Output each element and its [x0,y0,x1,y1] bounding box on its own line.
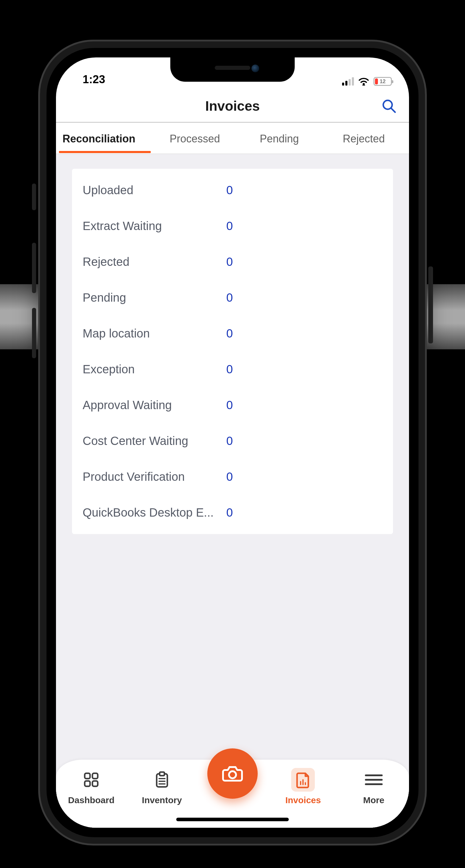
svg-point-12 [229,771,236,778]
camera-icon [221,762,244,785]
stat-row[interactable]: QuickBooks Desktop E... 0 [72,495,393,530]
tab-processed[interactable]: Processed [152,124,237,153]
invoice-icon [294,771,312,789]
stat-row[interactable]: Cost Center Waiting 0 [72,423,393,459]
stat-row[interactable]: Uploaded 0 [72,172,393,208]
nav-label: Dashboard [68,795,115,805]
tab-rejected[interactable]: Rejected [322,124,406,153]
stat-value: 0 [226,399,233,412]
stat-value: 0 [226,327,233,340]
battery-percent: 12 [380,79,386,85]
stat-label: Uploaded [83,184,226,197]
content-area: Uploaded 0 Extract Waiting 0 Rejected 0 … [56,154,409,748]
stat-label: Pending [83,291,226,304]
wifi-icon [358,77,369,86]
stat-label: Product Verification [83,470,226,484]
stat-row[interactable]: Product Verification 0 [72,459,393,495]
stat-value: 0 [226,363,233,376]
svg-line-2 [391,108,395,112]
stat-value: 0 [226,434,233,447]
stat-row[interactable]: Pending 0 [72,280,393,316]
stat-value: 0 [226,470,233,484]
stat-row[interactable]: Rejected 0 [72,244,393,280]
stat-row[interactable]: Exception 0 [72,351,393,387]
svg-rect-3 [85,773,90,779]
stat-value: 0 [226,255,233,269]
svg-rect-6 [92,781,98,786]
page-title: Invoices [205,98,260,114]
nav-label: Inventory [142,795,182,805]
search-button[interactable] [381,98,397,114]
stat-label: Rejected [83,255,226,269]
svg-rect-8 [159,772,164,776]
stat-label: QuickBooks Desktop E... [83,506,226,519]
bottom-nav-area: Dashboard Inventory [56,748,409,828]
stat-value: 0 [226,291,233,304]
stat-label: Map location [83,327,226,340]
svg-rect-4 [92,773,98,779]
nav-inventory[interactable]: Inventory [126,768,197,805]
stat-label: Exception [83,363,226,376]
stat-value: 0 [226,219,233,233]
svg-point-0 [363,83,365,85]
cellular-signal-icon [342,77,354,86]
stat-label: Extract Waiting [83,219,226,233]
stat-row[interactable]: Approval Waiting 0 [72,387,393,423]
header: Invoices [56,90,409,123]
svg-rect-5 [85,781,90,786]
nav-label: More [363,795,384,805]
camera-fab[interactable] [207,748,258,799]
menu-icon [364,772,383,787]
nav-more[interactable]: More [339,768,409,805]
home-indicator[interactable] [176,818,289,821]
status-time: 1:23 [77,73,105,86]
stats-card: Uploaded 0 Extract Waiting 0 Rejected 0 … [72,169,393,534]
stat-row[interactable]: Extract Waiting 0 [72,208,393,244]
stat-row[interactable]: Map location 0 [72,316,393,351]
clipboard-icon [153,771,171,789]
nav-invoices[interactable]: Invoices [268,768,338,805]
device-notch [170,57,295,82]
nav-label: Invoices [285,795,321,805]
stat-value: 0 [226,184,233,197]
battery-icon: 12 [374,77,392,86]
stat-value: 0 [226,506,233,519]
stat-label: Approval Waiting [83,399,226,412]
nav-dashboard[interactable]: Dashboard [56,768,126,805]
tabs: Reconciliation Processed Pending Rejecte… [56,123,409,154]
stat-label: Cost Center Waiting [83,434,226,447]
phone-frame: 1:23 12 [40,41,425,844]
dashboard-icon [82,771,100,789]
tab-pending[interactable]: Pending [237,124,321,153]
search-icon [381,98,397,114]
tab-reconciliation[interactable]: Reconciliation [59,124,152,153]
